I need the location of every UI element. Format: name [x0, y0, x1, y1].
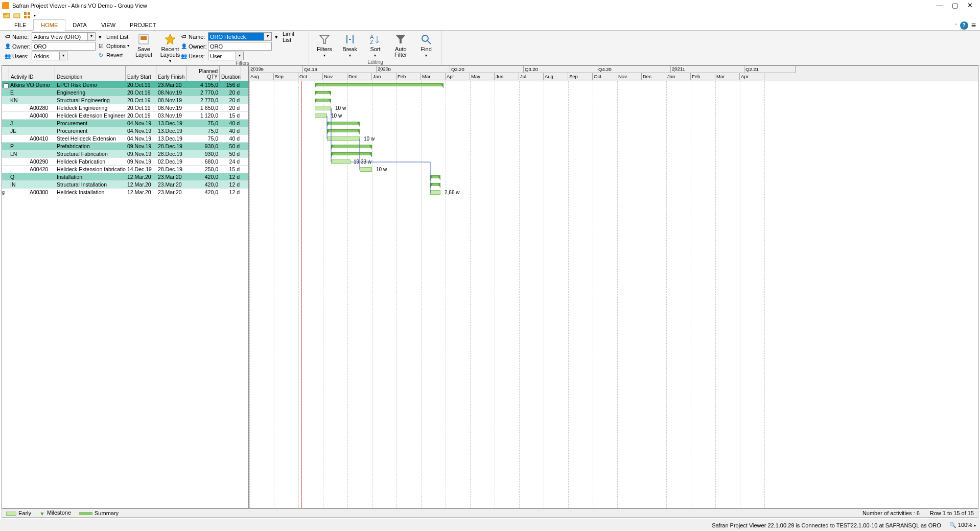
table-row[interactable]: -EEngineering20.Oct.1908.Nov.192 770,020…	[2, 89, 248, 97]
table-row[interactable]: -INStructural Installation12.Mar.2023.Ma…	[2, 181, 248, 189]
tab-home[interactable]: HOME	[33, 19, 65, 31]
options-icon: ☑	[99, 43, 105, 49]
task-bar[interactable]	[360, 167, 372, 172]
help-icon[interactable]: ?	[960, 21, 968, 30]
find-button[interactable]: Find▾	[415, 32, 437, 59]
save-layout-button[interactable]: Save Layout	[132, 32, 155, 59]
layout-owner-input[interactable]: ORO	[32, 42, 96, 51]
filter-owner-label: Owner:	[189, 43, 207, 50]
expander-cell[interactable]: -	[2, 82, 9, 88]
options-button[interactable]: ☑Options ▾	[99, 41, 129, 50]
table-row[interactable]: A00290Helideck Fabrication09.Nov.1902.De…	[2, 158, 248, 166]
tab-data[interactable]: DATA	[65, 20, 94, 30]
filters-button[interactable]: Filters▾	[313, 32, 336, 59]
ribbon-collapse-icon[interactable]: ˇ	[955, 23, 957, 28]
summary-bar[interactable]	[331, 152, 372, 155]
month-cell: Jul	[519, 73, 544, 80]
filter-owner-input[interactable]: ORO	[208, 42, 272, 51]
hamburger-icon[interactable]: ≡	[971, 21, 976, 30]
sort-button[interactable]: AZ Sort▾	[364, 32, 387, 59]
expander-cell[interactable]: -	[2, 128, 9, 134]
gridline	[421, 81, 422, 508]
col-early-finish[interactable]: Early Finish	[156, 66, 187, 81]
close-button[interactable]: ✕	[967, 2, 973, 9]
table-row[interactable]: -JProcurement04.Nov.1913.Dec.1975,040 d	[2, 120, 248, 127]
expander-cell[interactable]: -	[2, 143, 9, 150]
table-row[interactable]: -KNStructural Engineering20.Oct.1908.Nov…	[2, 97, 248, 104]
limit-list-button[interactable]: ▾Limit List	[99, 32, 129, 41]
summary-bar[interactable]	[327, 122, 360, 125]
grid-icon[interactable]	[24, 12, 31, 19]
tab-project[interactable]: PROJECT	[123, 20, 163, 30]
table-row[interactable]: -QInstallation12.Mar.2023.Mar.20420,012 …	[2, 173, 248, 181]
gantt-pane[interactable]: Q3.19Q4.19Q1.20Q2.20Q3.20Q4.20Q1.21Q2.21…	[249, 66, 978, 508]
task-bar[interactable]	[315, 113, 327, 118]
planned-qty-cell: 680,0	[187, 158, 220, 165]
layout-name-combo[interactable]: Atkins View (ORO)▾	[32, 32, 96, 41]
search-icon	[420, 33, 432, 45]
expander-cell[interactable]: -	[2, 97, 9, 104]
task-bar[interactable]	[315, 106, 331, 110]
minimize-button[interactable]: —	[936, 2, 943, 9]
summary-bar[interactable]	[430, 183, 440, 186]
table-row[interactable]: A00300Helideck Installation12.Mar.2023.M…	[2, 189, 248, 196]
tab-view[interactable]: VIEW	[94, 20, 123, 30]
summary-bar[interactable]	[331, 145, 372, 148]
col-duration[interactable]: Duration	[220, 66, 241, 81]
table-row[interactable]: -PPrefabrication09.Nov.1928.Dec.19930,05…	[2, 143, 248, 150]
break-button[interactable]: Break▾	[339, 32, 361, 59]
tab-file[interactable]: FILE	[7, 20, 33, 30]
gridline	[691, 81, 691, 508]
month-cell: Dec	[347, 73, 372, 80]
planned-qty-cell: 250,0	[187, 166, 220, 172]
col-early-start[interactable]: Early Start	[126, 66, 156, 81]
summary-bar[interactable]	[327, 129, 360, 132]
grid-body[interactable]: -Atkins VO DemoEPCI Risk Demo20.Oct.1923…	[2, 81, 248, 196]
table-row[interactable]: A00420Helideck Extension fabrication14.D…	[2, 166, 248, 173]
expander-cell[interactable]: -	[2, 151, 9, 157]
summary-bar[interactable]	[315, 83, 444, 86]
description-cell: Helideck Extension Engineering	[55, 112, 126, 119]
col-activity-id[interactable]: Activity ID	[9, 66, 55, 81]
summary-bar[interactable]	[430, 175, 440, 178]
users-icon: 👥	[180, 53, 188, 59]
filter-name-combo[interactable]: ORO Helideck▾	[208, 32, 272, 41]
early-start-cell: 20.Oct.19	[126, 105, 156, 111]
open-icon[interactable]	[3, 12, 10, 19]
summary-bar[interactable]	[315, 91, 331, 94]
gridline	[495, 81, 495, 508]
table-row[interactable]: A00410Steel Helideck Extension04.Nov.191…	[2, 135, 248, 143]
task-bar[interactable]	[430, 190, 440, 195]
table-row[interactable]: -JEProcurement04.Nov.1913.Dec.1975,040 d	[2, 127, 248, 135]
expander-cell[interactable]: -	[2, 174, 9, 180]
maximize-button[interactable]: ▢	[952, 2, 958, 9]
expander-cell[interactable]: -	[2, 120, 9, 127]
folder-icon[interactable]	[13, 12, 20, 19]
col-description[interactable]: Description	[55, 66, 126, 81]
quick-access-dropdown[interactable]: ▾	[34, 13, 36, 18]
revert-button[interactable]: ↻Revert	[99, 51, 129, 59]
auto-filter-button[interactable]: Auto Filter	[389, 32, 412, 59]
col-planned-qty[interactable]: Planned QTY	[187, 66, 220, 81]
table-row[interactable]: A00280Helideck Engineering20.Oct.1908.No…	[2, 104, 248, 112]
table-row[interactable]: -LNStructural Fabrication09.Nov.1928.Dec…	[2, 150, 248, 158]
description-cell: EPCI Risk Demo	[55, 82, 126, 88]
task-bar[interactable]	[331, 159, 351, 164]
expander-cell[interactable]: -	[2, 181, 9, 188]
table-row[interactable]: A00400Helideck Extension Engineering20.O…	[2, 112, 248, 120]
gridline	[593, 81, 593, 508]
activity-id-cell: Q	[9, 174, 55, 180]
zoom-control[interactable]: 🔍 100% ▾	[949, 522, 976, 528]
table-row[interactable]: -Atkins VO DemoEPCI Risk Demo20.Oct.1923…	[2, 81, 248, 89]
layout-users-combo[interactable]: Atkins▾	[32, 52, 67, 60]
expander-cell[interactable]: -	[2, 89, 9, 96]
month-cell: Apr	[446, 73, 470, 80]
description-cell: Helideck Engineering	[55, 105, 126, 111]
planned-qty-cell: 420,0	[187, 181, 220, 188]
summary-bar[interactable]	[315, 99, 331, 102]
filter-users-combo[interactable]: User▾	[208, 52, 244, 60]
filter-limit-list-button[interactable]: ▾Limit List	[275, 32, 305, 41]
gantt-body[interactable]: 10 w10 w10 w19,33 w10 w2,66 w	[249, 81, 978, 508]
task-bar[interactable]	[327, 136, 360, 141]
early-start-cell: 04.Nov.19	[126, 120, 156, 126]
